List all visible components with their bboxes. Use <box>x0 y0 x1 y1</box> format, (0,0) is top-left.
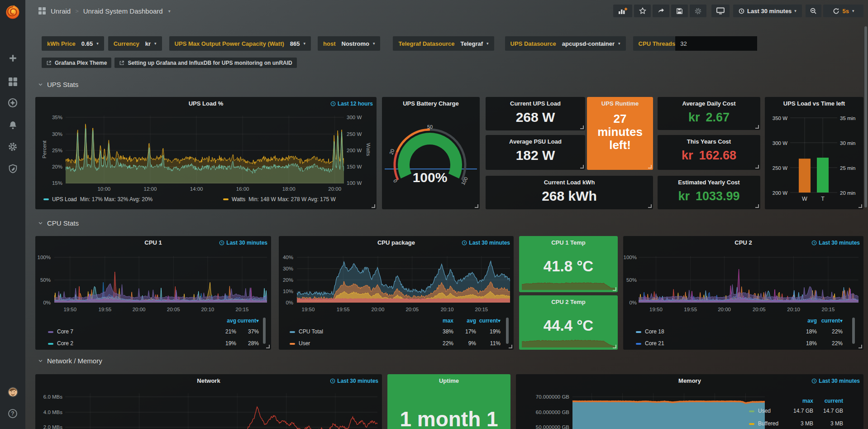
variable-kwh-price[interactable]: kWh Price0.65▾ <box>42 36 104 51</box>
legend-scrollbar[interactable] <box>852 318 855 344</box>
breadcrumb-current[interactable]: Unraid System Dashboard <box>83 7 163 15</box>
gauge-plot[interactable]: 02050100100% <box>382 97 480 209</box>
zoom-out-button[interactable] <box>806 5 821 17</box>
sidebar-item-add[interactable] <box>0 51 25 65</box>
axis-tick-label: 15% <box>38 180 62 186</box>
save-button[interactable] <box>671 5 688 17</box>
chevron-down-icon[interactable]: ▾ <box>168 9 171 14</box>
axis-tick-label: 12:00 <box>144 186 157 192</box>
sidebar-item-configuration[interactable] <box>0 140 25 154</box>
legend-column-header[interactable]: current <box>516 398 843 404</box>
sidebar-item-explore[interactable] <box>0 96 25 110</box>
grafana-logo[interactable] <box>0 2 25 22</box>
panel-title[interactable]: UPS Runtime <box>587 100 653 107</box>
panel-title[interactable]: This Years Cost <box>658 138 760 145</box>
sidebar-item-help[interactable]: ? <box>0 406 25 421</box>
panel-title[interactable]: CPU 2 Temp <box>519 299 618 305</box>
section-cpu-stats[interactable]: CPU Stats <box>38 219 79 227</box>
variable-ups-max-output[interactable]: UPS Max Output Power Capacity (Watt)865▾ <box>169 36 311 51</box>
star-icon <box>639 7 646 14</box>
refresh-picker[interactable]: 5s ▾ <box>823 5 863 17</box>
axis-tick-label: 14:00 <box>190 186 203 192</box>
save-icon <box>676 8 683 14</box>
section-ups-stats[interactable]: UPS Stats <box>38 81 78 88</box>
sidebar-item-server-admin[interactable] <box>0 161 25 176</box>
graph-plot[interactable]: 35%30%25%20%15%300 W250 W200 W150 W100 W… <box>35 97 377 209</box>
add-panel-button[interactable] <box>613 5 632 17</box>
sparkline-canvas[interactable] <box>522 276 615 290</box>
link-grafana-plex-theme[interactable]: Grafana Plex Theme <box>42 58 111 68</box>
panel-title[interactable]: Current UPS Load <box>486 100 585 107</box>
link-ups-monitoring-guide[interactable]: Setting up Grafana and InfluxDB for UPS … <box>114 58 296 68</box>
settings-button[interactable] <box>690 5 706 17</box>
variable-currency[interactable]: Currencykr▾ <box>108 36 162 51</box>
axis-tick-label: 0% <box>280 299 293 306</box>
graph-plot[interactable]: 6.0 MBs4.0 MBs2.0 MBs <box>35 374 382 429</box>
cycle-view-button[interactable] <box>711 5 730 17</box>
axis-tick-label: 20% <box>280 277 293 283</box>
panel-title[interactable]: Average Daily Cost <box>658 100 760 107</box>
axis-tick-label: 100% <box>36 254 51 260</box>
external-link-icon <box>46 60 52 66</box>
axis-tick-label: 20:00 <box>718 306 731 313</box>
axis-tick-label: 0% <box>36 299 51 306</box>
panel-title[interactable]: Estimated Yearly Cost <box>658 179 760 186</box>
time-picker[interactable]: Last 30 minutes ▾ <box>733 5 802 17</box>
share-button[interactable] <box>653 5 669 17</box>
legend-scrollbar[interactable] <box>263 318 266 344</box>
sidebar-item-alerting[interactable] <box>0 118 25 132</box>
axis-tick-label: 40% <box>280 254 293 260</box>
legend-item[interactable]: UPS LoadMin: 17% Max: 32% Avg: 20% <box>43 196 153 202</box>
variable-host[interactable]: hostNostromo▾ <box>318 36 380 51</box>
legend-column-header[interactable]: current▾ <box>623 318 843 324</box>
axis-tick-label: 50% <box>36 277 51 283</box>
chart-canvas[interactable] <box>639 256 858 303</box>
sidebar-item-avatar[interactable] <box>0 385 25 399</box>
chart-canvas[interactable] <box>297 256 510 303</box>
axis-tick-label: 20:10 <box>441 306 454 313</box>
graph-plot[interactable]: 40%30%20%10%0%19:5019:5520:0020:0520:102… <box>279 236 514 350</box>
axis-tick-label: 350 W <box>766 115 787 121</box>
stat-value: kr162.68 <box>658 149 760 163</box>
gauge-canvas[interactable]: 02050100100% <box>382 97 480 209</box>
svg-text:100: 100 <box>460 176 469 186</box>
panel-title[interactable]: Uptime <box>387 377 510 384</box>
time-range-label: Last 30 minutes <box>747 8 792 14</box>
legend-item[interactable]: WattsMin: 148 W Max: 278 W Avg: 175 W <box>223 196 336 202</box>
stat-value: 44.4 °C <box>519 317 618 334</box>
svg-text:20: 20 <box>388 148 395 155</box>
apps-icon[interactable] <box>38 7 46 15</box>
panel-title[interactable]: CPU 1 Temp <box>519 239 618 246</box>
legend-scrollbar[interactable] <box>506 318 509 344</box>
plus-icon <box>8 53 18 63</box>
legend-column-header[interactable]: current▾ <box>35 318 259 324</box>
chart-canvas[interactable] <box>66 116 344 183</box>
panel-current-ups-load: Current UPS Load 268 W <box>486 97 585 130</box>
chart-canvas[interactable] <box>65 393 377 429</box>
graph-plot[interactable]: 100%50%0%19:5019:5520:0020:0520:1020:15a… <box>623 236 863 350</box>
page-scrollbar[interactable] <box>864 26 867 207</box>
graph-plot[interactable]: 100%50%0%19:5019:5520:0020:0520:1020:15a… <box>35 236 271 350</box>
bar-canvas[interactable] <box>790 115 837 195</box>
panel-title[interactable]: Current Load kWh <box>486 179 653 186</box>
chevron-down-icon: ▾ <box>373 41 375 46</box>
sparkline-canvas[interactable] <box>522 334 615 347</box>
variable-ups-datasource[interactable]: UPS Datasourceapcupsd-container▾ <box>505 36 626 51</box>
chart-canvas[interactable] <box>54 256 267 303</box>
refresh-interval-label: 5s <box>843 8 849 14</box>
sidebar-item-dashboards[interactable] <box>0 74 25 89</box>
panel-title[interactable]: Average PSU Load <box>486 138 585 145</box>
breadcrumb-root[interactable]: Unraid <box>51 7 71 15</box>
section-network-memory[interactable]: Network / Memory <box>38 357 102 365</box>
cpu-threads-input[interactable] <box>675 36 757 51</box>
legend-value: 22% <box>623 340 843 347</box>
axis-tick-label: 2.0 MBs <box>36 424 62 429</box>
bar-chart-plot[interactable]: 350 W300 W250 W200 W35 min30 min25 min20… <box>765 97 863 209</box>
chevron-down-icon: ▾ <box>794 9 796 13</box>
star-button[interactable] <box>634 5 651 17</box>
graph-plot[interactable]: 70.000000 GB60.000000 GB50.000000 GBmaxc… <box>516 374 863 429</box>
monitor-icon <box>716 7 725 14</box>
breadcrumb-separator: > <box>75 8 79 14</box>
variable-telegraf-datasource[interactable]: Telegraf DatasourceTelegraf▾ <box>393 36 494 51</box>
legend-column-header[interactable]: current▾ <box>279 318 501 324</box>
